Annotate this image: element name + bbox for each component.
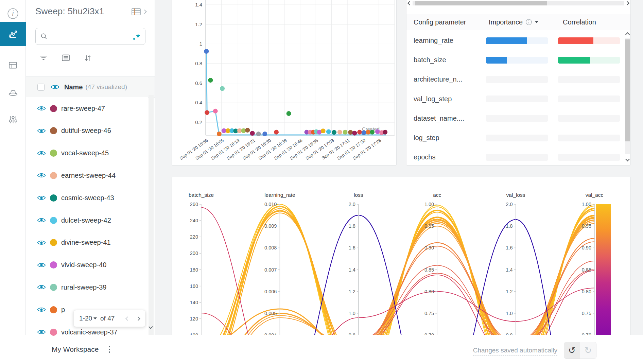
- importance-column-header[interactable]: Importance: [489, 14, 538, 30]
- nav-item-panels[interactable]: [0, 22, 26, 46]
- run-parallel-line[interactable]: [201, 223, 594, 341]
- redo-button[interactable]: ↻: [580, 342, 596, 359]
- run-row[interactable]: earnest-sweep-44: [26, 164, 148, 187]
- scatter-point[interactable]: [366, 130, 370, 135]
- scroll-right-icon[interactable]: [625, 1, 629, 5]
- run-name[interactable]: vivid-sweep-40: [61, 261, 106, 269]
- run-name[interactable]: p: [61, 306, 65, 314]
- runs-scrollbar[interactable]: [149, 95, 154, 335]
- scatter-point[interactable]: [375, 129, 380, 134]
- importance-row[interactable]: log_step: [406, 128, 624, 148]
- run-row[interactable]: dulcet-sweep-42: [26, 209, 148, 231]
- importance-row[interactable]: val_log_step: [406, 89, 624, 109]
- expand-runs-table-button[interactable]: [131, 7, 146, 16]
- visibility-eye-icon[interactable]: [37, 284, 46, 290]
- page-size-caret-icon[interactable]: [93, 317, 97, 319]
- visibility-eye-icon[interactable]: [37, 172, 46, 178]
- scatter-point[interactable]: [220, 86, 225, 91]
- visibility-eye-icon[interactable]: [37, 307, 46, 313]
- run-name[interactable]: divine-sweep-41: [61, 239, 111, 246]
- run-row[interactable]: vivid-sweep-40: [26, 254, 148, 276]
- run-name[interactable]: dutiful-sweep-46: [61, 127, 111, 135]
- vscroll-thumb[interactable]: [625, 39, 630, 141]
- regex-toggle-icon[interactable]: *: [133, 32, 140, 40]
- run-row[interactable]: cosmic-sweep-43: [26, 187, 148, 209]
- run-parallel-line[interactable]: [201, 204, 594, 341]
- next-page-button[interactable]: [136, 316, 140, 321]
- scatter-point[interactable]: [343, 130, 348, 135]
- scroll-left-icon[interactable]: [407, 1, 412, 5]
- scatter-point[interactable]: [352, 131, 357, 136]
- page-range-label[interactable]: 1-20: [79, 315, 92, 322]
- visibility-eye-icon[interactable]: [37, 240, 46, 246]
- run-parallel-line[interactable]: [201, 211, 594, 341]
- run-name[interactable]: rare-sweep-47: [61, 105, 105, 112]
- importance-row[interactable]: epochs: [406, 148, 624, 167]
- sort-runs-button[interactable]: [83, 54, 92, 63]
- filter-runs-button[interactable]: [39, 54, 48, 62]
- nav-item-sweep[interactable]: [0, 82, 26, 103]
- scroll-down-icon[interactable]: [625, 157, 630, 161]
- undo-button[interactable]: ↺: [564, 342, 580, 359]
- run-name[interactable]: dulcet-sweep-42: [61, 216, 111, 224]
- scatter-point[interactable]: [250, 131, 255, 136]
- scatter-point[interactable]: [383, 130, 387, 135]
- visibility-eye-icon[interactable]: [37, 105, 46, 111]
- run-name[interactable]: vocal-sweep-45: [61, 149, 109, 157]
- scatter-point[interactable]: [208, 78, 213, 83]
- importance-row[interactable]: architecture_n...: [406, 70, 624, 89]
- scatter-point[interactable]: [326, 129, 331, 134]
- scatter-point[interactable]: [357, 130, 362, 135]
- importance-row[interactable]: batch_size: [406, 50, 624, 70]
- importance-row[interactable]: dataset_name....: [406, 109, 624, 128]
- importance-row[interactable]: learning_rate: [406, 31, 624, 50]
- run-name[interactable]: cosmic-sweep-43: [61, 194, 114, 202]
- sort-caret-icon[interactable]: [535, 21, 538, 23]
- run-row[interactable]: dutiful-sweep-46: [26, 120, 148, 142]
- scatter-point[interactable]: [321, 128, 326, 133]
- prev-page-button[interactable]: [125, 316, 130, 321]
- visibility-all-eye-icon[interactable]: [51, 84, 59, 90]
- run-name[interactable]: earnest-sweep-44: [61, 172, 116, 179]
- visibility-eye-icon[interactable]: [37, 217, 46, 223]
- visibility-eye-icon[interactable]: [37, 262, 46, 268]
- run-row[interactable]: divine-sweep-41: [26, 231, 148, 254]
- scatter-point[interactable]: [256, 132, 261, 136]
- scatter-point[interactable]: [217, 132, 222, 136]
- scatter-point[interactable]: [245, 128, 250, 133]
- scatter-point[interactable]: [222, 128, 226, 133]
- visibility-eye-icon[interactable]: [37, 329, 46, 335]
- scatter-point[interactable]: [204, 49, 209, 54]
- run-parallel-line[interactable]: [201, 261, 594, 341]
- hscroll-thumb[interactable]: [415, 1, 547, 5]
- scroll-up-icon[interactable]: [625, 32, 630, 37]
- scatter-point[interactable]: [286, 111, 291, 116]
- run-parallel-line[interactable]: [201, 222, 594, 341]
- scatter-point[interactable]: [213, 109, 218, 114]
- workspace-menu-kebab-icon[interactable]: [107, 345, 112, 353]
- search-input[interactable]: [51, 33, 130, 40]
- scatter-point[interactable]: [274, 130, 279, 135]
- scatter-point[interactable]: [337, 130, 342, 135]
- nav-item-controls[interactable]: [0, 109, 26, 131]
- columns-settings-button[interactable]: [62, 54, 70, 62]
- visibility-eye-icon[interactable]: [37, 150, 46, 156]
- nav-item-table[interactable]: [0, 54, 26, 76]
- scatter-point[interactable]: [332, 130, 336, 135]
- visibility-eye-icon[interactable]: [37, 128, 46, 134]
- run-name[interactable]: volcanic-sweep-37: [61, 328, 118, 336]
- scatter-point[interactable]: [205, 110, 209, 115]
- run-parallel-line[interactable]: [201, 270, 594, 342]
- nav-item-info[interactable]: i: [0, 3, 26, 24]
- run-parallel-line[interactable]: [201, 213, 594, 341]
- run-parallel-line[interactable]: [201, 220, 594, 341]
- run-parallel-line[interactable]: [201, 204, 594, 341]
- scatter-point[interactable]: [348, 130, 353, 135]
- scatter-point[interactable]: [370, 130, 375, 135]
- visibility-eye-icon[interactable]: [37, 195, 46, 201]
- run-row[interactable]: rare-sweep-47: [26, 97, 148, 120]
- run-row[interactable]: rural-sweep-39: [26, 276, 148, 298]
- run-parallel-line[interactable]: [201, 206, 594, 341]
- scatter-point[interactable]: [262, 132, 267, 136]
- scatter-point[interactable]: [362, 130, 366, 135]
